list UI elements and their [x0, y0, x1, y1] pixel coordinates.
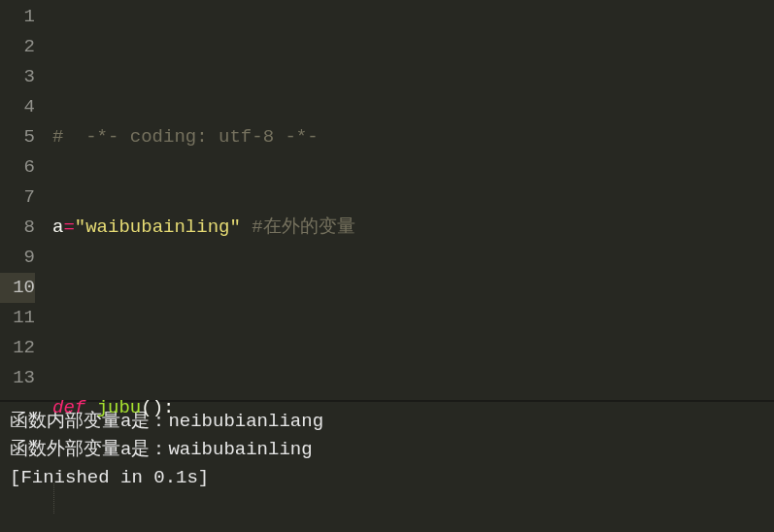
token-paren: ():: [141, 397, 174, 418]
code-line[interactable]: def jubu():: [47, 393, 774, 423]
token-string: "waibubainling": [75, 216, 241, 238]
line-number-gutter: 1 2 3 4 5 6 7 8 9 10 11 12 13: [0, 0, 47, 400]
line-number: 5: [0, 122, 35, 152]
line-number: 6: [0, 152, 35, 183]
token-comment: #在外的变量: [252, 216, 354, 238]
line-number: 12: [0, 333, 35, 363]
token-space: [241, 216, 252, 238]
line-number: 10: [0, 273, 35, 303]
token-space: [85, 397, 96, 418]
line-number: 2: [0, 32, 35, 62]
code-area[interactable]: # -*- coding: utf-8 -*- a="waibubainling…: [47, 0, 774, 400]
token-comment: #: [52, 126, 63, 148]
line-number: 13: [0, 363, 35, 393]
token-keyword: def: [52, 397, 85, 418]
code-line[interactable]: # -*- coding: utf-8 -*-: [47, 122, 774, 152]
token-variable: a: [52, 216, 63, 238]
code-line[interactable]: [47, 483, 774, 514]
token-function-name: jubu: [97, 397, 142, 418]
line-number: 8: [0, 213, 35, 243]
line-number: 7: [0, 183, 35, 213]
line-number: 11: [0, 303, 35, 333]
line-number: 4: [0, 92, 35, 122]
token-comment: -*- coding: utf-8 -*-: [63, 126, 318, 148]
code-line[interactable]: a="waibubainling" #在外的变量: [47, 213, 774, 243]
indent-guide: [53, 483, 54, 514]
line-number: 9: [0, 243, 35, 273]
line-number: 3: [0, 62, 35, 92]
line-number: 1: [0, 2, 35, 32]
code-editor[interactable]: 1 2 3 4 5 6 7 8 9 10 11 12 13 # -*- codi…: [0, 0, 774, 400]
code-line[interactable]: [47, 303, 774, 333]
token-operator: =: [63, 216, 74, 238]
